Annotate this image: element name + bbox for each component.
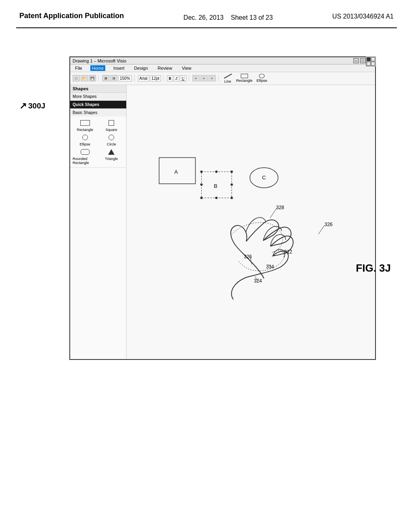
save-icon[interactable]: 💾	[89, 75, 96, 81]
svg-point-4	[200, 197, 203, 199]
window-corner-icons	[366, 56, 376, 66]
svg-point-5	[231, 197, 233, 199]
main-content: ↗ 300J Drawing 1 – Microsoft Visio	[0, 28, 413, 360]
shape-circle[interactable]: Circle	[99, 133, 124, 146]
canvas-area[interactable]: A B C	[127, 85, 375, 359]
drawing-tools: Line Rectangle Ellipse	[222, 73, 267, 83]
view-icon[interactable]: ⊞	[102, 75, 109, 81]
shape-triangle-label: Triangle	[105, 157, 118, 161]
new-icon[interactable]: □	[73, 75, 80, 81]
corner-icon-4	[371, 62, 375, 66]
shape-circle-label: Circle	[107, 142, 116, 146]
grid-icon[interactable]: ⊟	[110, 75, 117, 81]
shape-rounded-label: Rounded Rectangle	[73, 157, 98, 165]
ref-324: 324	[254, 278, 262, 284]
quick-shapes-header[interactable]: Quick Shapes	[70, 101, 126, 108]
align-center-icon[interactable]: ≡	[200, 75, 208, 81]
toolbar-group-zoom: ⊞ ⊟ 150%	[102, 75, 135, 81]
titlebar: Drawing 1 – Microsoft Visio — □ ✕	[70, 57, 375, 64]
shape-square[interactable]: Square	[99, 119, 124, 132]
visio-window-container: Drawing 1 – Microsoft Visio — □ ✕ File H…	[37, 48, 376, 360]
publication-title: Patent Application Publication	[19, 11, 124, 21]
sheet-info: Sheet 13 of 23	[231, 14, 273, 21]
publication-date: Dec. 26, 2013	[184, 14, 224, 21]
fig-label-text: FIG. 3J	[356, 262, 391, 274]
shape-rectangle-label: Rectangle	[77, 128, 93, 132]
align-right-icon[interactable]: ≡	[209, 75, 216, 81]
minimize-button[interactable]: —	[353, 58, 359, 63]
font-name[interactable]: Arial	[138, 75, 149, 81]
menu-view[interactable]: View	[180, 65, 193, 71]
basic-shapes-section: Basic Shapes Rectangle Square	[70, 109, 126, 168]
svg-point-6	[215, 170, 218, 173]
toolbar-group-align: ≡ ≡ ≡	[192, 75, 219, 81]
menu-file[interactable]: File	[73, 65, 84, 71]
open-icon[interactable]: 📂	[81, 75, 88, 81]
align-left-icon[interactable]: ≡	[192, 75, 200, 81]
shapes-panel-header: Shapes	[70, 85, 126, 93]
fig-label: FIG. 3J	[356, 262, 391, 274]
corner-icon-2	[371, 57, 375, 61]
toolbar-row1: □ 📂 💾 ⊞ ⊟ 150% Arial 12pt B Z U	[70, 72, 375, 85]
menu-bar: File Home Insert Design Review View	[70, 64, 375, 72]
ref-326-left: 326	[244, 254, 252, 260]
visio-window: Drawing 1 – Microsoft Visio — □ ✕ File H…	[69, 56, 376, 360]
ref-334: 334	[266, 264, 274, 270]
menu-design[interactable]: Design	[133, 65, 150, 71]
menu-home[interactable]: Home	[90, 65, 105, 71]
svg-point-3	[231, 170, 233, 173]
more-shapes-section: More Shapes	[70, 93, 126, 101]
basic-shapes-header[interactable]: Basic Shapes	[70, 109, 126, 116]
label-b: B	[214, 183, 217, 189]
arrow-indicator: ↗	[19, 101, 27, 111]
svg-point-7	[215, 197, 218, 199]
svg-point-8	[200, 183, 203, 186]
ellipse-tool[interactable]: Ellipse	[257, 74, 267, 83]
corner-icon-1	[367, 57, 371, 61]
svg-line-16	[319, 225, 325, 234]
ref-312: 312	[284, 249, 292, 255]
shape-ellipse-label: Ellipse	[79, 142, 90, 146]
corner-icon-3	[367, 62, 371, 66]
basic-shapes-grid: Rectangle Square Ellipse	[70, 116, 126, 167]
canvas-svg: A B C	[127, 85, 375, 359]
toolbar-group-file: □ 📂 💾	[73, 75, 99, 81]
font-size[interactable]: 12pt	[150, 75, 161, 81]
svg-point-9	[231, 183, 233, 186]
shape-rounded-rect[interactable]: Rounded Rectangle	[73, 148, 98, 165]
toolbar-group-format: B Z U	[167, 75, 189, 81]
label-c: C	[262, 175, 266, 181]
shape-ellipse[interactable]: Ellipse	[73, 133, 98, 146]
maximize-button[interactable]: □	[360, 58, 366, 63]
bold-button[interactable]: B	[167, 75, 173, 81]
visio-body: Shapes More Shapes Quick Shapes Basic Sh…	[70, 85, 375, 359]
zoom-value[interactable]: 150%	[118, 75, 132, 81]
shape-rectangle[interactable]: Rectangle	[73, 119, 98, 132]
menu-review[interactable]: Review	[156, 65, 174, 71]
label-a: A	[174, 169, 178, 175]
toolbar-group-font: Arial 12pt	[138, 75, 164, 81]
line-tool[interactable]: Line	[223, 73, 232, 83]
publication-date-sheet: Dec. 26, 2013 Sheet 13 of 23	[184, 11, 273, 23]
shapes-panel: Shapes More Shapes Quick Shapes Basic Sh…	[70, 85, 127, 359]
svg-line-11	[270, 208, 277, 218]
ref-328: 328	[276, 205, 284, 210]
shape-triangle[interactable]: Triangle	[99, 148, 124, 165]
italic-button[interactable]: Z	[174, 75, 179, 81]
quick-shapes-section: Quick Shapes	[70, 101, 126, 109]
window-title: Drawing 1 – Microsoft Visio	[73, 58, 126, 63]
menu-insert[interactable]: Insert	[112, 65, 126, 71]
shape-square-label: Square	[106, 128, 117, 132]
underline-button[interactable]: U	[180, 75, 186, 81]
ref-326-right: 326	[325, 222, 333, 227]
svg-point-2	[200, 170, 203, 173]
rectangle-tool[interactable]: Rectangle	[236, 74, 253, 83]
patent-number: US 2013/0346924 A1	[332, 11, 394, 20]
more-shapes-header[interactable]: More Shapes	[70, 93, 126, 100]
page-header: Patent Application Publication Dec. 26, …	[0, 0, 413, 27]
